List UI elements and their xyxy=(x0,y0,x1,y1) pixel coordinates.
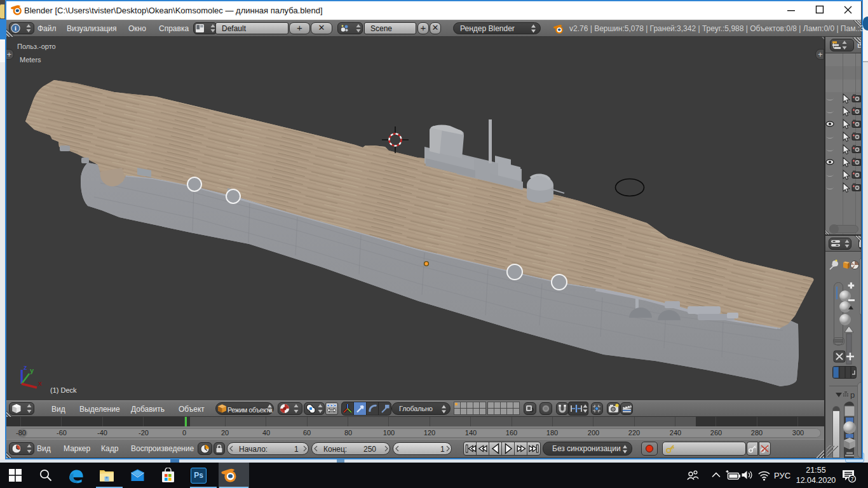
svg-text:160: 160 xyxy=(506,429,517,437)
svg-text:-20: -20 xyxy=(139,429,149,437)
svg-text:60: 60 xyxy=(303,429,311,437)
svg-text:40: 40 xyxy=(262,429,270,437)
svg-text:280: 280 xyxy=(751,429,763,437)
svg-text:300: 300 xyxy=(792,429,804,437)
svg-text:y: y xyxy=(30,367,34,374)
svg-text:0: 0 xyxy=(182,429,186,437)
svg-text:180: 180 xyxy=(546,429,558,437)
svg-text:200: 200 xyxy=(588,429,599,437)
svg-text:7: 7 xyxy=(851,476,854,482)
svg-text:-80: -80 xyxy=(16,429,26,437)
svg-text:120: 120 xyxy=(424,429,435,437)
svg-text:-60: -60 xyxy=(57,429,67,437)
svg-text:20: 20 xyxy=(221,429,229,437)
svg-text:220: 220 xyxy=(628,429,640,437)
svg-text:p: p xyxy=(850,390,855,399)
svg-text:100: 100 xyxy=(383,429,395,437)
svg-text:x: x xyxy=(38,379,43,387)
svg-text:140: 140 xyxy=(465,429,477,437)
svg-text:240: 240 xyxy=(670,429,681,437)
svg-text:-40: -40 xyxy=(97,429,107,437)
svg-text:z: z xyxy=(24,363,27,371)
svg-text:260: 260 xyxy=(710,429,722,437)
svg-text:80: 80 xyxy=(344,429,352,437)
